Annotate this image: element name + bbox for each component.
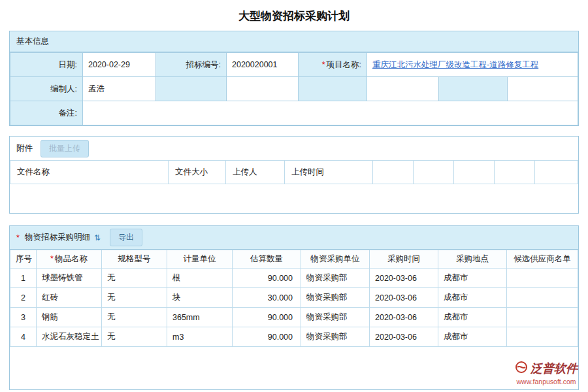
table-cell: 根 bbox=[167, 269, 233, 288]
table-cell: 物资采购部 bbox=[301, 327, 370, 347]
basic-info-header: 基本信息 bbox=[10, 31, 578, 52]
table-row: 1球墨铸铁管无根90.000物资采购部2020-03-06成都市 bbox=[10, 269, 578, 288]
table-cell: 2020-03-06 bbox=[370, 308, 438, 327]
detail-header-label: 序号 bbox=[16, 254, 32, 263]
required-mark: * bbox=[322, 60, 325, 69]
detail-header-label: 采购时间 bbox=[387, 254, 420, 263]
required-mark: * bbox=[16, 233, 20, 242]
bid-no-value: 2020020001 bbox=[227, 53, 299, 77]
detail-header-label: 规格型号 bbox=[118, 254, 151, 263]
empty-cell bbox=[156, 77, 227, 101]
table-cell: 成都市 bbox=[438, 288, 507, 308]
table-cell: 物资采购部 bbox=[301, 269, 370, 288]
table-cell: 2 bbox=[10, 288, 37, 308]
detail-header-cell: *物品名称 bbox=[37, 250, 102, 269]
detail-header-label: 物资采购单位 bbox=[311, 254, 360, 263]
detail-header-label: 估算数量 bbox=[250, 254, 283, 263]
empty-cell bbox=[508, 77, 578, 101]
attachment-header-cell bbox=[495, 161, 535, 184]
table-cell: 2020-03-06 bbox=[370, 269, 438, 288]
table-cell bbox=[507, 269, 578, 288]
attachment-header-cell bbox=[414, 161, 454, 184]
author-label: 编制人: bbox=[10, 77, 83, 101]
detail-header-row: 序号*物品名称规格型号计量单位估算数量物资采购单位采购时间采购地点候选供应商名单 bbox=[10, 250, 578, 269]
table-cell: 水泥石灰稳定土 bbox=[37, 327, 102, 347]
table-cell bbox=[507, 288, 578, 308]
detail-header-cell: 序号 bbox=[10, 250, 37, 269]
table-cell: 4 bbox=[10, 327, 37, 347]
table-cell: 30.000 bbox=[233, 288, 301, 308]
details-toolbar: * 物资招标采购明细 ⇅ 导出 bbox=[10, 226, 578, 250]
detail-header-cell: 物资采购单位 bbox=[301, 250, 370, 269]
attachment-header-cell: 上传时间 bbox=[285, 161, 373, 184]
attachment-header-cell: 文件大小 bbox=[169, 161, 226, 184]
detail-header-label: 采购地点 bbox=[456, 254, 489, 263]
table-cell bbox=[507, 327, 578, 347]
table-cell: 2020-03-06 bbox=[370, 288, 438, 308]
empty-cell bbox=[227, 77, 299, 101]
table-cell: 无 bbox=[102, 308, 167, 327]
attachment-header-cell bbox=[454, 161, 495, 184]
attachments-empty-area bbox=[10, 184, 578, 213]
detail-header-cell: 采购地点 bbox=[438, 250, 507, 269]
table-cell: 物资采购部 bbox=[301, 308, 370, 327]
attachments-title: 附件 bbox=[16, 143, 33, 154]
table-cell: 块 bbox=[167, 288, 233, 308]
empty-cell bbox=[299, 77, 367, 101]
detail-header-cell: 规格型号 bbox=[102, 250, 167, 269]
remark-value bbox=[83, 101, 578, 125]
sort-icon[interactable]: ⇅ bbox=[94, 233, 101, 242]
export-button[interactable]: 导出 bbox=[110, 229, 142, 246]
fanpu-logo-icon bbox=[515, 361, 528, 376]
details-section: * 物资招标采购明细 ⇅ 导出 序号*物品名称规格型号计量单位估算数量物资采购单… bbox=[9, 225, 579, 390]
details-table: 序号*物品名称规格型号计量单位估算数量物资采购单位采购时间采购地点候选供应商名单… bbox=[10, 250, 578, 347]
table-cell: 无 bbox=[102, 288, 167, 308]
table-cell: 无 bbox=[102, 327, 167, 347]
basic-info-form: 日期: 2020-02-29 招标编号: 2020020001 *项目名称: 重… bbox=[10, 52, 578, 125]
attachments-section: 附件 批量上传 文件名称文件大小上传人上传时间 bbox=[9, 136, 579, 214]
project-label: *项目名称: bbox=[299, 53, 367, 77]
attachment-header-cell bbox=[373, 161, 414, 184]
project-label-text: 项目名称: bbox=[327, 60, 361, 69]
project-value-cell: 重庆江北污水处理厂级改造工程-道路修复工程 bbox=[367, 53, 578, 77]
detail-header-label: 计量单位 bbox=[184, 254, 216, 263]
bid-no-label: 招标编号: bbox=[156, 53, 227, 77]
detail-header-cell: 采购时间 bbox=[370, 250, 438, 269]
brand-name: 泛普软件 bbox=[531, 361, 578, 376]
date-value: 2020-02-29 bbox=[83, 53, 156, 77]
table-cell: 1 bbox=[10, 269, 37, 288]
table-cell: 90.000 bbox=[233, 308, 301, 327]
table-cell: 钢筋 bbox=[37, 308, 102, 327]
project-link[interactable]: 重庆江北污水处理厂级改造工程-道路修复工程 bbox=[372, 60, 538, 69]
brand-url: www.fanpusoft.com bbox=[515, 378, 578, 385]
table-cell: 无 bbox=[102, 269, 167, 288]
table-cell: m3 bbox=[167, 327, 233, 347]
empty-cell bbox=[439, 77, 508, 101]
table-cell bbox=[507, 308, 578, 327]
basic-info-section: 基本信息 日期: 2020-02-29 招标编号: 2020020001 *项目… bbox=[9, 31, 579, 126]
required-mark: * bbox=[50, 254, 54, 263]
author-value: 孟浩 bbox=[83, 77, 156, 101]
table-cell: 物资采购部 bbox=[301, 288, 370, 308]
table-row: 3钢筋无365mm90.000物资采购部2020-03-06成都市 bbox=[10, 308, 578, 327]
batch-upload-button[interactable]: 批量上传 bbox=[41, 140, 89, 157]
attachment-header-cell bbox=[535, 161, 578, 184]
attachments-toolbar: 附件 批量上传 bbox=[10, 137, 578, 160]
table-cell: 2020-03-06 bbox=[370, 327, 438, 347]
table-cell: 球墨铸铁管 bbox=[37, 269, 102, 288]
date-label: 日期: bbox=[10, 53, 83, 77]
detail-header-label: 物品名称 bbox=[55, 254, 88, 263]
table-cell: 红砖 bbox=[37, 288, 102, 308]
attachment-header-cell: 上传人 bbox=[226, 161, 285, 184]
footer-brand: 泛普软件 www.fanpusoft.com bbox=[515, 361, 578, 385]
attachment-header-row: 文件名称文件大小上传人上传时间 bbox=[10, 161, 578, 184]
detail-header-cell: 估算数量 bbox=[233, 250, 301, 269]
table-cell: 成都市 bbox=[438, 269, 507, 288]
table-cell: 90.000 bbox=[233, 269, 301, 288]
attachment-header-cell: 文件名称 bbox=[10, 161, 169, 184]
page-title: 大型物资招标采购计划 bbox=[0, 0, 588, 31]
table-cell: 90.000 bbox=[233, 327, 301, 347]
empty-cell bbox=[367, 77, 439, 101]
remark-label: 备注: bbox=[10, 101, 83, 125]
detail-header-cell: 候选供应商名单 bbox=[507, 250, 578, 269]
